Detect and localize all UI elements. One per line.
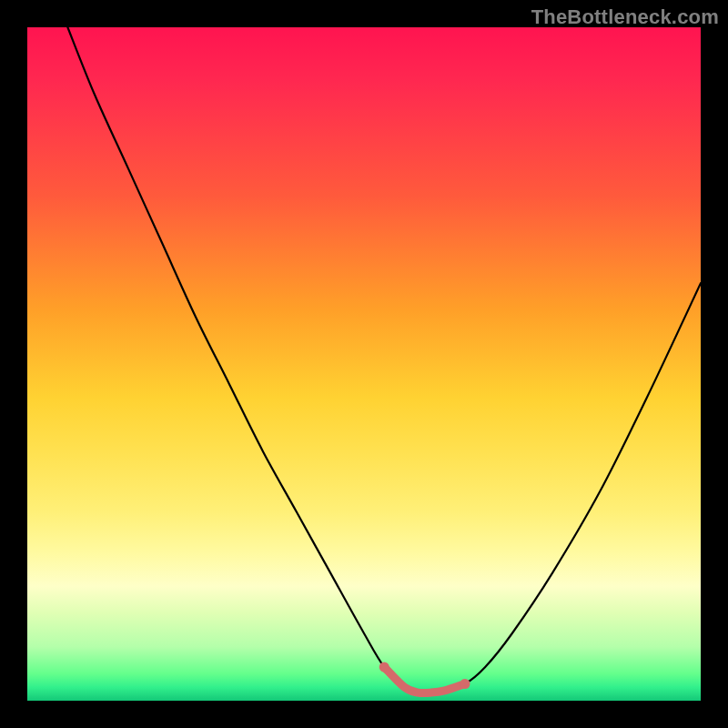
zone-endpoint-dot [460, 679, 470, 689]
watermark-text: TheBottleneck.com [531, 5, 719, 29]
zone-endpoint-dot [379, 662, 389, 672]
plot-area [27, 27, 701, 701]
chart-curve [67, 27, 701, 693]
chart-container: TheBottleneck.com [0, 0, 728, 728]
optimal-zone-marker [384, 667, 465, 693]
chart-svg [27, 27, 701, 701]
